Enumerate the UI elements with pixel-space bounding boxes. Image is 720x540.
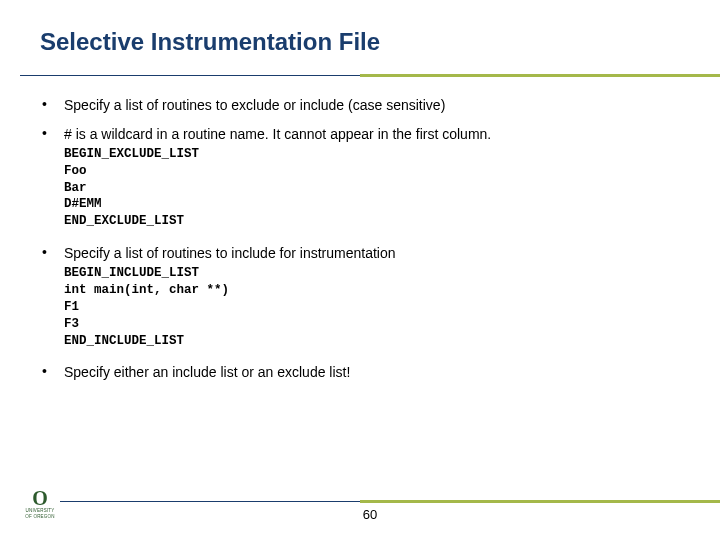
bullet-icon: • (40, 96, 64, 115)
code-exclude-list: BEGIN_EXCLUDE_LIST Foo Bar D#EMM END_EXC… (64, 146, 680, 230)
footer: O UNIVERSITY OF OREGON 60 (20, 500, 720, 522)
bullet-icon: • (40, 363, 64, 382)
university-logo: O UNIVERSITY OF OREGON (20, 488, 60, 520)
bullet-item: • Specify either an include list or an e… (40, 363, 680, 382)
logo-line2: OF OREGON (20, 515, 60, 520)
slide-content: • Specify a list of routines to exclude … (40, 96, 680, 382)
logo-mark: O (20, 488, 60, 508)
bullet-text: Specify a list of routines to include fo… (64, 244, 680, 263)
slide-title: Selective Instrumentation File (40, 28, 680, 56)
title-divider (40, 74, 680, 78)
bullet-text: Specify either an include list or an exc… (64, 363, 680, 382)
bullet-icon: • (40, 244, 64, 263)
page-number: 60 (20, 507, 720, 522)
code-include-list: BEGIN_INCLUDE_LIST int main(int, char **… (64, 265, 680, 349)
bullet-item: • # is a wildcard in a routine name. It … (40, 125, 680, 144)
bullet-icon: • (40, 125, 64, 144)
slide: Selective Instrumentation File • Specify… (0, 0, 720, 540)
bullet-text: Specify a list of routines to exclude or… (64, 96, 680, 115)
footer-divider (20, 500, 720, 503)
bullet-item: • Specify a list of routines to exclude … (40, 96, 680, 115)
bullet-text: # is a wildcard in a routine name. It ca… (64, 125, 680, 144)
bullet-item: • Specify a list of routines to include … (40, 244, 680, 263)
